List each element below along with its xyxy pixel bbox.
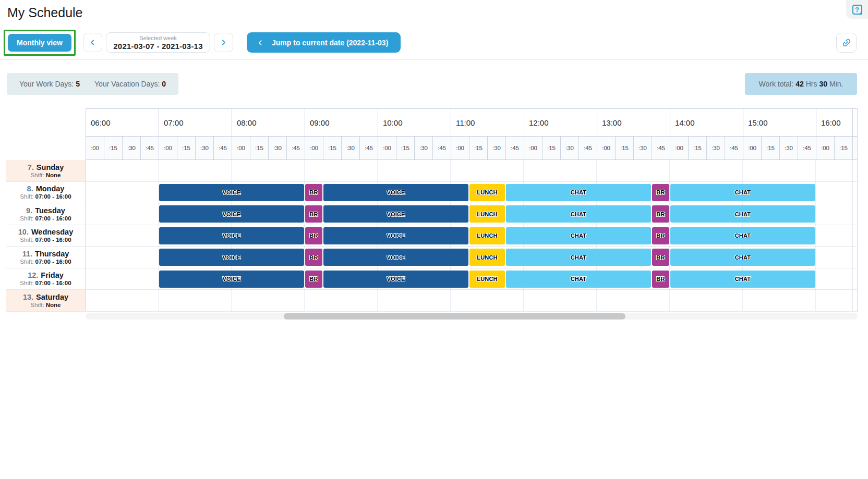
quarter-cell: :45 — [359, 137, 378, 160]
quarter-cell: :00 — [378, 137, 396, 160]
quarter-cell: :30 — [341, 137, 359, 160]
segment-voice: VOICE — [323, 227, 468, 244]
segment-br: BR — [652, 271, 669, 288]
segment-chat: CHAT — [506, 271, 651, 288]
quarter-cell: :15 — [104, 137, 122, 160]
segment-lunch: LUNCH — [469, 271, 505, 288]
shift-line: Shift:07:00 - 16:00 — [20, 193, 71, 200]
shift-value: 07:00 - 16:00 — [35, 215, 71, 222]
day-number: 12. — [28, 271, 38, 279]
my-schedule-page: My Schedule ? Monthly view Selected week… — [0, 0, 868, 479]
quarter-cell: :30 — [195, 137, 213, 160]
day-rows: 7.SundayShift:None8.MondayShift:07:00 - … — [6, 160, 857, 312]
day-row: 9.TuesdayShift:07:00 - 16:00VOICEBRVOICE… — [6, 203, 858, 225]
day-timeline: VOICEBRVOICELUNCHCHATBRCHAT — [86, 268, 853, 290]
hour-cell: 16:00 — [816, 108, 852, 137]
day-number: 8. — [27, 185, 33, 193]
quarter-cell: :15 — [469, 137, 487, 160]
day-name-line: 13.Saturday — [23, 293, 68, 301]
segment-br: BR — [305, 205, 322, 223]
quarter-cell: :30 — [706, 137, 725, 160]
segment-chat: CHAT — [506, 249, 651, 266]
help-button[interactable]: ? — [846, 0, 868, 19]
shift-line: Shift:None — [31, 302, 61, 308]
scrollbar-thumb[interactable] — [284, 313, 625, 320]
day-name: Wednesday — [31, 228, 73, 236]
shift-label: Shift: — [31, 302, 44, 308]
quarter-cell: :15 — [250, 137, 268, 160]
work-days-value: 5 — [76, 80, 80, 88]
hour-cell: 10:00 — [378, 108, 451, 137]
quarter-cell: :30 — [779, 137, 798, 160]
monthly-view-highlight-box: Monthly view — [4, 30, 76, 56]
day-number: 11. — [22, 250, 32, 258]
quarter-header-stub — [852, 137, 857, 160]
shift-label: Shift: — [20, 237, 33, 243]
quarter-cell: :15 — [834, 137, 852, 160]
work-total-minutes: 30 — [819, 80, 827, 88]
segment-voice: VOICE — [323, 271, 468, 288]
segment-voice: VOICE — [159, 205, 304, 223]
horizontal-scrollbar[interactable] — [86, 313, 858, 320]
day-label: 12.FridayShift:07:00 - 16:00 — [6, 268, 86, 290]
segment-lunch: LUNCH — [469, 205, 505, 223]
jump-to-current-date-button[interactable]: Jump to current date (2022-11-03) — [247, 32, 401, 53]
quarter-cell: :00 — [597, 137, 615, 160]
segment-voice: VOICE — [323, 184, 468, 201]
day-name: Monday — [36, 185, 65, 193]
quarter-cell: :00 — [305, 137, 323, 160]
shift-label: Shift: — [20, 193, 33, 200]
hour-cell: 12:00 — [524, 108, 597, 137]
quarter-cell: :45 — [213, 137, 232, 160]
header-divider — [0, 59, 868, 60]
day-timeline: VOICEBRVOICELUNCHCHATBRCHAT — [86, 225, 853, 247]
quarter-cell: :00 — [524, 137, 542, 160]
segment-chat: CHAT — [506, 205, 651, 223]
segment-voice: VOICE — [159, 271, 304, 288]
segment-voice: VOICE — [159, 227, 304, 244]
quarter-cell: :45 — [578, 137, 597, 160]
quarter-cell: :45 — [432, 137, 451, 160]
quarter-cell: :30 — [487, 137, 505, 160]
day-row: 13.SaturdayShift:None — [6, 290, 858, 312]
quarter-cell: :45 — [286, 137, 305, 160]
segment-lunch: LUNCH — [469, 227, 505, 244]
day-row: 7.SundayShift:None — [6, 160, 858, 182]
day-name-line: 12.Friday — [28, 271, 64, 279]
hour-cell: 14:00 — [670, 108, 743, 137]
segment-br: BR — [305, 184, 322, 201]
quarter-cell: :15 — [542, 137, 560, 160]
next-week-button[interactable] — [214, 33, 233, 52]
day-number: 10. — [18, 228, 29, 236]
quarter-cell: :45 — [140, 137, 159, 160]
work-days-stat: Your Work Days:5 — [19, 80, 80, 88]
day-label: 10.WednesdayShift:07:00 - 16:00 — [6, 225, 86, 247]
monthly-view-button[interactable]: Monthly view — [8, 34, 71, 52]
day-row: 8.MondayShift:07:00 - 16:00VOICEBRVOICEL… — [6, 182, 858, 204]
shift-label: Shift: — [31, 172, 44, 178]
segment-voice: VOICE — [159, 249, 304, 266]
segment-br: BR — [305, 227, 322, 244]
hour-header-row: 06:0007:0008:0009:0010:0011:0012:0013:00… — [86, 108, 857, 137]
day-timeline: VOICEBRVOICELUNCHCHATBRCHAT — [86, 182, 853, 203]
hour-cell: 08:00 — [232, 108, 305, 137]
segment-chat: CHAT — [670, 184, 815, 201]
schedule-grid: 06:0007:0008:0009:0010:0011:0012:0013:00… — [6, 108, 858, 312]
quarter-cell: :15 — [323, 137, 341, 160]
day-name: Thursday — [35, 250, 69, 258]
selected-week-label: Selected week — [139, 35, 177, 41]
hour-cell: 06:00 — [86, 108, 159, 137]
selected-week-value: 2021-03-07 - 2021-03-13 — [113, 42, 202, 51]
quarter-cell: :00 — [670, 137, 688, 160]
segment-chat: CHAT — [506, 184, 651, 201]
day-row: 10.WednesdayShift:07:00 - 16:00VOICEBRVO… — [6, 225, 858, 247]
quarter-cell: :45 — [652, 137, 670, 160]
quarter-cell: :30 — [633, 137, 652, 160]
quarter-cell: :00 — [816, 137, 834, 160]
day-name-line: 7.Sunday — [28, 163, 64, 171]
quarter-cell: :15 — [615, 137, 633, 160]
shift-value: None — [46, 172, 61, 178]
previous-week-button[interactable] — [83, 33, 102, 52]
copy-link-button[interactable] — [836, 33, 857, 53]
day-number: 7. — [28, 163, 34, 171]
